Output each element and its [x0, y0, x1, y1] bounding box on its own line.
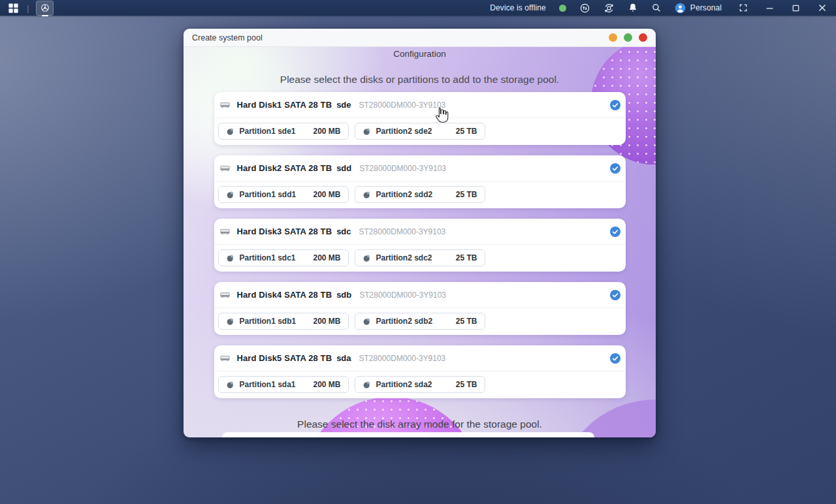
device-status-text: Device is offline — [490, 3, 546, 12]
dialog-body: Configuration Please select the disks or… — [184, 47, 656, 437]
disk-card[interactable]: Hard Disk3 SATA 28 TB sdc ST28000DM000-3… — [214, 219, 626, 272]
partition-pie-icon — [226, 191, 234, 199]
maximize-icon[interactable] — [792, 4, 800, 12]
disk-card[interactable]: Hard Disk5 SATA 28 TB sda ST28000DM000-3… — [214, 345, 626, 398]
partition-button[interactable]: Partition1 sdd1 200 MB — [218, 186, 349, 203]
disk-title: Hard Disk2 SATA 28 TB — [237, 163, 332, 173]
partition-size: 25 TB — [456, 380, 477, 389]
close-traffic-icon[interactable] — [639, 33, 647, 42]
partition-label: Partition2 sdc2 — [376, 253, 432, 262]
partition-button[interactable]: Partition2 sdb2 25 TB — [355, 313, 485, 330]
disk-header: Hard Disk4 SATA 28 TB sdb ST28000DM000-3… — [214, 282, 626, 308]
close-icon[interactable] — [818, 3, 827, 12]
partition-pie-icon — [362, 317, 371, 326]
partition-button[interactable]: Partition2 sde2 25 TB — [355, 123, 485, 140]
partition-size: 25 TB — [456, 127, 477, 136]
selected-check-icon[interactable] — [610, 227, 620, 237]
partition-row: Partition1 sda1 200 MB Partition2 sda2 2… — [214, 371, 626, 393]
partition-label: Partition2 sdd2 — [376, 190, 433, 199]
partition-size: 25 TB — [456, 317, 477, 326]
disk-title: Hard Disk5 SATA 28 TB — [237, 353, 332, 363]
partition-size: 25 TB — [456, 190, 477, 199]
hard-disk-icon — [219, 226, 231, 237]
maximize-traffic-icon[interactable] — [624, 33, 632, 42]
next-panel-peek — [222, 432, 594, 437]
partition-button[interactable]: Partition1 sde1 200 MB — [218, 123, 349, 140]
partition-row: Partition1 sdd1 200 MB Partition2 sdd2 2… — [214, 181, 626, 203]
disk-device: sde — [336, 100, 351, 110]
create-system-pool-window: Create system pool Configuration Please … — [184, 29, 656, 437]
disk-card[interactable]: Hard Disk2 SATA 28 TB sdd ST28000DM000-3… — [214, 155, 626, 208]
disk-model: ST28000DM000-3Y9103 — [359, 101, 446, 110]
partition-button[interactable]: Partition2 sdc2 25 TB — [355, 249, 485, 266]
minimize-traffic-icon[interactable] — [609, 33, 617, 42]
hard-disk-icon — [219, 99, 231, 110]
disk-device: sdd — [336, 163, 351, 173]
window-title: Create system pool — [192, 33, 263, 42]
partition-row: Partition1 sdb1 200 MB Partition2 sdb2 2… — [214, 308, 626, 330]
step-title: Configuration — [184, 47, 656, 59]
disk-header: Hard Disk5 SATA 28 TB sda ST28000DM000-3… — [214, 345, 626, 371]
partition-pie-icon — [226, 317, 234, 326]
partition-button[interactable]: Partition1 sda1 200 MB — [218, 376, 349, 393]
partition-row: Partition1 sde1 200 MB Partition2 sde2 2… — [214, 118, 626, 140]
partition-pie-icon — [226, 127, 234, 136]
partition-label: Partition1 sda1 — [240, 380, 296, 389]
account-menu[interactable]: Personal — [675, 3, 722, 14]
disk-header: Hard Disk2 SATA 28 TB sdd ST28000DM000-3… — [214, 155, 626, 181]
disk-header: Hard Disk3 SATA 28 TB sdc ST28000DM000-3… — [214, 219, 626, 245]
disk-title: Hard Disk3 SATA 28 TB — [237, 227, 332, 236]
partition-size: 200 MB — [313, 253, 340, 262]
window-titlebar[interactable]: Create system pool — [184, 29, 656, 47]
disk-model: ST28000DM000-3Y9103 — [359, 227, 446, 236]
fullscreen-icon[interactable] — [739, 3, 748, 12]
disk-card[interactable]: Hard Disk4 SATA 28 TB sdb ST28000DM000-3… — [214, 282, 626, 335]
partition-pie-icon — [226, 381, 234, 389]
disk-title: Hard Disk1 SATA 28 TB — [237, 100, 332, 110]
account-label: Personal — [690, 3, 722, 12]
partition-pie-icon — [226, 254, 234, 262]
disk-model: ST28000DM000-3Y9103 — [359, 354, 446, 363]
status-green-dot-icon — [559, 5, 566, 12]
array-mode-prompt: Please select the disk array mode for th… — [184, 418, 656, 430]
partition-size: 200 MB — [313, 317, 340, 326]
disk-list: Hard Disk1 SATA 28 TB sde ST28000DM000-3… — [214, 92, 626, 398]
partition-pie-icon — [362, 191, 371, 199]
disk-device: sdc — [336, 227, 351, 236]
disk-card[interactable]: Hard Disk1 SATA 28 TB sde ST28000DM000-3… — [214, 92, 626, 145]
partition-label: Partition2 sdb2 — [376, 317, 433, 326]
disk-select-prompt: Please select the disks or partitions to… — [184, 74, 656, 86]
disk-model: ST28000DM000-3Y9103 — [359, 291, 446, 300]
search-icon[interactable] — [651, 3, 662, 13]
notifications-bell-icon[interactable] — [628, 3, 638, 13]
network-transfer-icon[interactable] — [579, 3, 590, 14]
partition-label: Partition1 sdb1 — [240, 317, 297, 326]
selected-check-icon[interactable] — [610, 290, 620, 300]
partition-button[interactable]: Partition1 sdc1 200 MB — [218, 249, 349, 266]
partition-row: Partition1 sdc1 200 MB Partition2 sdc2 2… — [214, 245, 626, 266]
partition-label: Partition1 sde1 — [240, 127, 296, 136]
taskbar-divider: | — [27, 3, 29, 13]
partition-button[interactable]: Partition1 sdb1 200 MB — [218, 313, 349, 330]
partition-label: Partition1 sdd1 — [240, 190, 297, 199]
partition-button[interactable]: Partition2 sda2 25 TB — [355, 376, 485, 393]
app-launcher-icon[interactable] — [7, 2, 20, 14]
partition-size: 200 MB — [313, 190, 340, 199]
disk-device: sda — [336, 353, 351, 363]
partition-button[interactable]: Partition2 sdd2 25 TB — [355, 186, 485, 203]
partition-pie-icon — [362, 127, 371, 136]
partition-pie-icon — [362, 381, 371, 389]
disk-header: Hard Disk1 SATA 28 TB sde ST28000DM000-3… — [214, 92, 626, 118]
selected-check-icon[interactable] — [610, 163, 620, 174]
disk-model: ST28000DM000-3Y9103 — [359, 164, 446, 173]
sync-monitor-icon[interactable] — [603, 3, 615, 14]
minimize-icon[interactable] — [765, 4, 774, 12]
partition-label: Partition2 sde2 — [376, 127, 432, 136]
storage-app-icon[interactable] — [36, 1, 54, 16]
selected-check-icon[interactable] — [610, 353, 620, 364]
selected-check-icon[interactable] — [610, 100, 620, 110]
partition-size: 25 TB — [456, 253, 477, 262]
hard-disk-icon — [219, 353, 231, 364]
partition-pie-icon — [362, 254, 371, 262]
hard-disk-icon — [219, 163, 231, 174]
